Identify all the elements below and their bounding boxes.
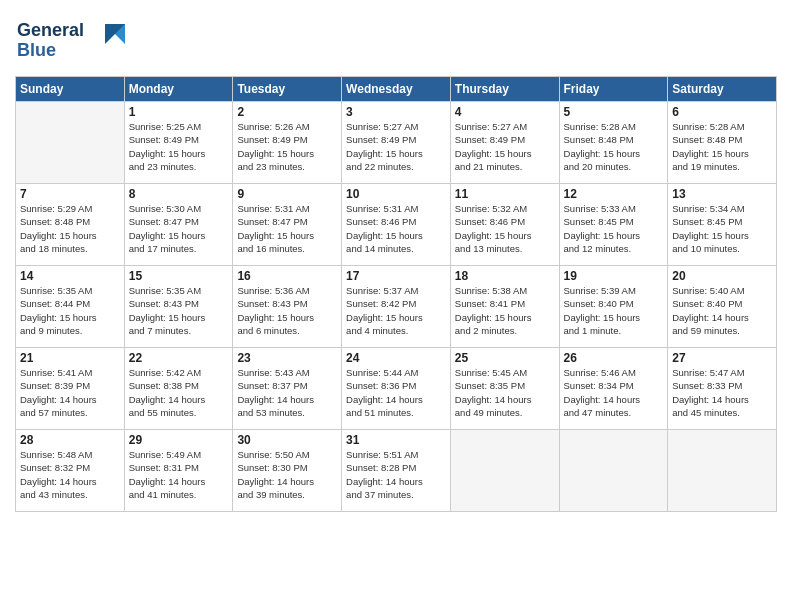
calendar-cell: 15Sunrise: 5:35 AM Sunset: 8:43 PM Dayli…: [124, 266, 233, 348]
day-info: Sunrise: 5:28 AM Sunset: 8:48 PM Dayligh…: [672, 120, 772, 173]
day-info: Sunrise: 5:28 AM Sunset: 8:48 PM Dayligh…: [564, 120, 664, 173]
calendar-cell: 30Sunrise: 5:50 AM Sunset: 8:30 PM Dayli…: [233, 430, 342, 512]
calendar-cell: 25Sunrise: 5:45 AM Sunset: 8:35 PM Dayli…: [450, 348, 559, 430]
calendar-cell: 21Sunrise: 5:41 AM Sunset: 8:39 PM Dayli…: [16, 348, 125, 430]
weekday-header-wednesday: Wednesday: [342, 77, 451, 102]
calendar-cell: 17Sunrise: 5:37 AM Sunset: 8:42 PM Dayli…: [342, 266, 451, 348]
calendar-cell: 14Sunrise: 5:35 AM Sunset: 8:44 PM Dayli…: [16, 266, 125, 348]
day-number: 3: [346, 105, 446, 119]
logo: General Blue: [15, 14, 125, 68]
day-info: Sunrise: 5:36 AM Sunset: 8:43 PM Dayligh…: [237, 284, 337, 337]
day-number: 13: [672, 187, 772, 201]
calendar-cell: 8Sunrise: 5:30 AM Sunset: 8:47 PM Daylig…: [124, 184, 233, 266]
day-number: 8: [129, 187, 229, 201]
day-info: Sunrise: 5:40 AM Sunset: 8:40 PM Dayligh…: [672, 284, 772, 337]
day-number: 26: [564, 351, 664, 365]
calendar-week-4: 21Sunrise: 5:41 AM Sunset: 8:39 PM Dayli…: [16, 348, 777, 430]
calendar-cell: 11Sunrise: 5:32 AM Sunset: 8:46 PM Dayli…: [450, 184, 559, 266]
calendar-cell: [450, 430, 559, 512]
calendar-cell: 4Sunrise: 5:27 AM Sunset: 8:49 PM Daylig…: [450, 102, 559, 184]
day-number: 31: [346, 433, 446, 447]
day-info: Sunrise: 5:46 AM Sunset: 8:34 PM Dayligh…: [564, 366, 664, 419]
day-number: 22: [129, 351, 229, 365]
calendar-cell: 1Sunrise: 5:25 AM Sunset: 8:49 PM Daylig…: [124, 102, 233, 184]
calendar-week-5: 28Sunrise: 5:48 AM Sunset: 8:32 PM Dayli…: [16, 430, 777, 512]
day-number: 1: [129, 105, 229, 119]
calendar-cell: 27Sunrise: 5:47 AM Sunset: 8:33 PM Dayli…: [668, 348, 777, 430]
weekday-header-monday: Monday: [124, 77, 233, 102]
day-info: Sunrise: 5:25 AM Sunset: 8:49 PM Dayligh…: [129, 120, 229, 173]
day-number: 17: [346, 269, 446, 283]
day-info: Sunrise: 5:39 AM Sunset: 8:40 PM Dayligh…: [564, 284, 664, 337]
day-number: 5: [564, 105, 664, 119]
calendar-cell: [668, 430, 777, 512]
day-info: Sunrise: 5:35 AM Sunset: 8:43 PM Dayligh…: [129, 284, 229, 337]
day-info: Sunrise: 5:48 AM Sunset: 8:32 PM Dayligh…: [20, 448, 120, 501]
calendar-table: SundayMondayTuesdayWednesdayThursdayFrid…: [15, 76, 777, 512]
day-number: 14: [20, 269, 120, 283]
calendar-cell: 20Sunrise: 5:40 AM Sunset: 8:40 PM Dayli…: [668, 266, 777, 348]
calendar-cell: 9Sunrise: 5:31 AM Sunset: 8:47 PM Daylig…: [233, 184, 342, 266]
calendar-cell: 5Sunrise: 5:28 AM Sunset: 8:48 PM Daylig…: [559, 102, 668, 184]
day-number: 24: [346, 351, 446, 365]
weekday-header-row: SundayMondayTuesdayWednesdayThursdayFrid…: [16, 77, 777, 102]
weekday-header-sunday: Sunday: [16, 77, 125, 102]
day-number: 21: [20, 351, 120, 365]
day-number: 11: [455, 187, 555, 201]
day-info: Sunrise: 5:33 AM Sunset: 8:45 PM Dayligh…: [564, 202, 664, 255]
day-info: Sunrise: 5:38 AM Sunset: 8:41 PM Dayligh…: [455, 284, 555, 337]
calendar-cell: 29Sunrise: 5:49 AM Sunset: 8:31 PM Dayli…: [124, 430, 233, 512]
day-number: 25: [455, 351, 555, 365]
svg-text:Blue: Blue: [17, 40, 56, 60]
day-number: 20: [672, 269, 772, 283]
day-number: 7: [20, 187, 120, 201]
day-info: Sunrise: 5:31 AM Sunset: 8:47 PM Dayligh…: [237, 202, 337, 255]
day-info: Sunrise: 5:43 AM Sunset: 8:37 PM Dayligh…: [237, 366, 337, 419]
svg-text:General: General: [17, 20, 84, 40]
day-info: Sunrise: 5:32 AM Sunset: 8:46 PM Dayligh…: [455, 202, 555, 255]
calendar-cell: 22Sunrise: 5:42 AM Sunset: 8:38 PM Dayli…: [124, 348, 233, 430]
day-number: 4: [455, 105, 555, 119]
day-number: 28: [20, 433, 120, 447]
day-info: Sunrise: 5:42 AM Sunset: 8:38 PM Dayligh…: [129, 366, 229, 419]
calendar-cell: 10Sunrise: 5:31 AM Sunset: 8:46 PM Dayli…: [342, 184, 451, 266]
day-number: 15: [129, 269, 229, 283]
day-info: Sunrise: 5:47 AM Sunset: 8:33 PM Dayligh…: [672, 366, 772, 419]
calendar-week-1: 1Sunrise: 5:25 AM Sunset: 8:49 PM Daylig…: [16, 102, 777, 184]
weekday-header-thursday: Thursday: [450, 77, 559, 102]
day-number: 10: [346, 187, 446, 201]
day-info: Sunrise: 5:27 AM Sunset: 8:49 PM Dayligh…: [346, 120, 446, 173]
day-info: Sunrise: 5:49 AM Sunset: 8:31 PM Dayligh…: [129, 448, 229, 501]
day-info: Sunrise: 5:30 AM Sunset: 8:47 PM Dayligh…: [129, 202, 229, 255]
calendar-cell: 3Sunrise: 5:27 AM Sunset: 8:49 PM Daylig…: [342, 102, 451, 184]
day-info: Sunrise: 5:41 AM Sunset: 8:39 PM Dayligh…: [20, 366, 120, 419]
calendar-cell: 31Sunrise: 5:51 AM Sunset: 8:28 PM Dayli…: [342, 430, 451, 512]
day-info: Sunrise: 5:35 AM Sunset: 8:44 PM Dayligh…: [20, 284, 120, 337]
calendar-cell: 24Sunrise: 5:44 AM Sunset: 8:36 PM Dayli…: [342, 348, 451, 430]
day-info: Sunrise: 5:27 AM Sunset: 8:49 PM Dayligh…: [455, 120, 555, 173]
page-container: General Blue SundayMondayTuesdayWednesda…: [0, 0, 792, 522]
weekday-header-saturday: Saturday: [668, 77, 777, 102]
calendar-week-3: 14Sunrise: 5:35 AM Sunset: 8:44 PM Dayli…: [16, 266, 777, 348]
calendar-cell: 13Sunrise: 5:34 AM Sunset: 8:45 PM Dayli…: [668, 184, 777, 266]
day-info: Sunrise: 5:29 AM Sunset: 8:48 PM Dayligh…: [20, 202, 120, 255]
day-number: 23: [237, 351, 337, 365]
calendar-cell: [16, 102, 125, 184]
calendar-cell: 16Sunrise: 5:36 AM Sunset: 8:43 PM Dayli…: [233, 266, 342, 348]
day-number: 29: [129, 433, 229, 447]
calendar-cell: 18Sunrise: 5:38 AM Sunset: 8:41 PM Dayli…: [450, 266, 559, 348]
day-number: 6: [672, 105, 772, 119]
day-info: Sunrise: 5:37 AM Sunset: 8:42 PM Dayligh…: [346, 284, 446, 337]
day-info: Sunrise: 5:51 AM Sunset: 8:28 PM Dayligh…: [346, 448, 446, 501]
calendar-week-2: 7Sunrise: 5:29 AM Sunset: 8:48 PM Daylig…: [16, 184, 777, 266]
day-number: 19: [564, 269, 664, 283]
day-info: Sunrise: 5:31 AM Sunset: 8:46 PM Dayligh…: [346, 202, 446, 255]
calendar-cell: 2Sunrise: 5:26 AM Sunset: 8:49 PM Daylig…: [233, 102, 342, 184]
day-info: Sunrise: 5:50 AM Sunset: 8:30 PM Dayligh…: [237, 448, 337, 501]
day-info: Sunrise: 5:34 AM Sunset: 8:45 PM Dayligh…: [672, 202, 772, 255]
day-number: 30: [237, 433, 337, 447]
calendar-cell: 23Sunrise: 5:43 AM Sunset: 8:37 PM Dayli…: [233, 348, 342, 430]
day-number: 2: [237, 105, 337, 119]
day-number: 16: [237, 269, 337, 283]
calendar-cell: [559, 430, 668, 512]
